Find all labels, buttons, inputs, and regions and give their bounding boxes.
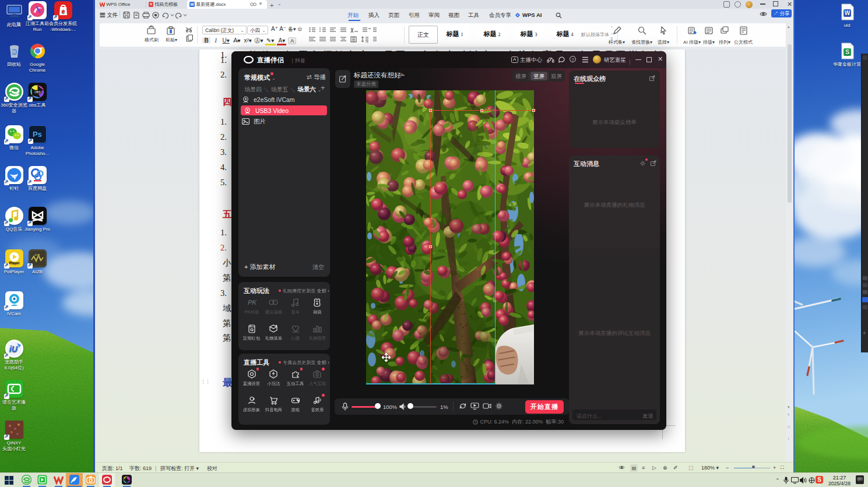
svg-text:W: W — [190, 2, 194, 6]
svg-text:Player: Player — [9, 261, 20, 264]
svg-text:PK: PK — [248, 299, 257, 306]
svg-text:OBS: OBS — [34, 90, 41, 94]
svg-text:e: e — [61, 8, 65, 15]
svg-text:S: S — [845, 49, 849, 55]
svg-text:W: W — [844, 10, 850, 16]
svg-text:AIZB: AIZB — [34, 253, 40, 256]
svg-text:iU: iU — [9, 344, 18, 354]
